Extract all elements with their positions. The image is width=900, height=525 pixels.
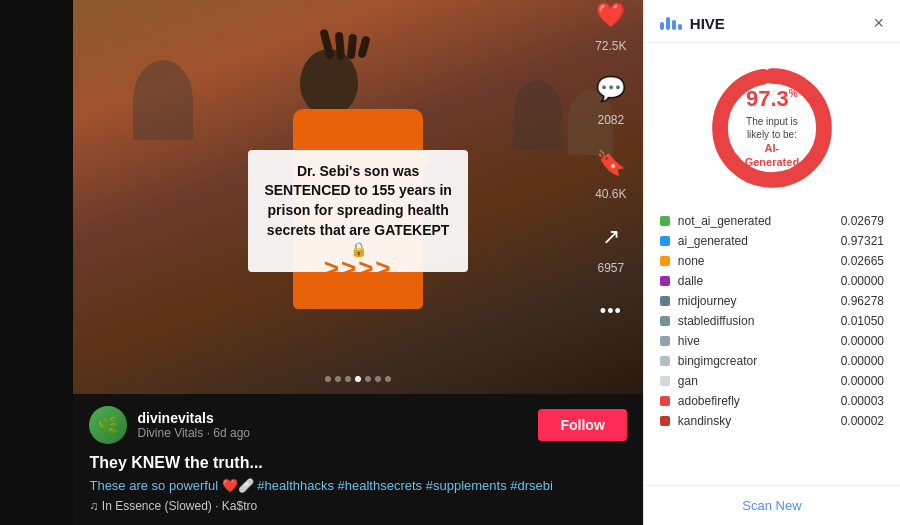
chart-container: 97.3% The input is likely to be: AI-Gene… bbox=[644, 43, 900, 203]
share-count: 6957 bbox=[597, 261, 624, 275]
cat-name-2: none bbox=[678, 254, 833, 268]
share-button[interactable]: ↗ 6957 bbox=[591, 217, 631, 275]
cat-name-7: bingimgcreator bbox=[678, 354, 833, 368]
avatar-emoji: 🌿 bbox=[97, 414, 119, 436]
cat-name-6: hive bbox=[678, 334, 833, 348]
cat-value-4: 0.96278 bbox=[841, 294, 884, 308]
caption-tags: These are so powerful ❤️🩹 #healthhacks #… bbox=[89, 478, 626, 493]
donut-chart: 97.3% The input is likely to be: AI-Gene… bbox=[707, 63, 837, 193]
cat-value-0: 0.02679 bbox=[841, 214, 884, 228]
cat-row-1: ai_generated 0.97321 bbox=[660, 231, 884, 251]
dot-1 bbox=[325, 376, 331, 382]
bookmark-icon: 🔖 bbox=[591, 143, 631, 183]
comment-button[interactable]: 💬 2082 bbox=[591, 69, 631, 127]
user-row: 🌿 divinevitals Divine Vitals · 6d ago Fo… bbox=[89, 406, 626, 444]
dot-6 bbox=[375, 376, 381, 382]
arrows-text: >>>> bbox=[324, 253, 393, 283]
dot-7 bbox=[385, 376, 391, 382]
cat-name-9: adobefirefly bbox=[678, 394, 833, 408]
hive-panel: HIVE × 97.3% The input is likely to be: … bbox=[643, 0, 900, 525]
cat-name-10: kandinsky bbox=[678, 414, 833, 428]
cat-value-8: 0.00000 bbox=[841, 374, 884, 388]
bar-1 bbox=[660, 22, 664, 30]
cat-color-3 bbox=[660, 276, 670, 286]
cat-row-5: stablediffusion 0.01050 bbox=[660, 311, 884, 331]
cat-row-3: dalle 0.00000 bbox=[660, 271, 884, 291]
heart-icon: ❤️ bbox=[591, 0, 631, 35]
label-line1: The input is likely to be: bbox=[746, 116, 798, 140]
overlay-text: Dr. Sebi's son was SENTENCED to 155 year… bbox=[264, 163, 452, 238]
like-button[interactable]: ❤️ 72.5K bbox=[591, 0, 631, 53]
dot-3 bbox=[345, 376, 351, 382]
hive-logo: HIVE bbox=[660, 15, 725, 32]
percent-symbol: % bbox=[789, 88, 798, 99]
dots-indicator bbox=[325, 376, 391, 382]
arrows-overlay: >>>> bbox=[324, 253, 393, 284]
cat-row-0: not_ai_generated 0.02679 bbox=[660, 211, 884, 231]
cat-row-9: adobefirefly 0.00003 bbox=[660, 391, 884, 411]
like-count: 72.5K bbox=[595, 39, 626, 53]
cat-value-7: 0.00000 bbox=[841, 354, 884, 368]
cat-color-7 bbox=[660, 356, 670, 366]
cat-value-9: 0.00003 bbox=[841, 394, 884, 408]
cat-row-7: bingimgcreator 0.00000 bbox=[660, 351, 884, 371]
cat-value-1: 0.97321 bbox=[841, 234, 884, 248]
comment-count: 2082 bbox=[597, 113, 624, 127]
cat-color-0 bbox=[660, 216, 670, 226]
cat-color-5 bbox=[660, 316, 670, 326]
cat-row-4: midjourney 0.96278 bbox=[660, 291, 884, 311]
bottom-info: 🌿 divinevitals Divine Vitals · 6d ago Fo… bbox=[73, 394, 642, 525]
cat-color-1 bbox=[660, 236, 670, 246]
donut-label: The input is likely to be: AI-Generated bbox=[739, 115, 804, 170]
percent-value: 97.3 bbox=[746, 86, 789, 111]
hive-header: HIVE × bbox=[644, 0, 900, 43]
music-info: In Essence (Slowed) · Ka$tro bbox=[89, 499, 626, 513]
avatar: 🌿 bbox=[89, 406, 127, 444]
hashtag-healthsecrets[interactable]: #healthsecrets bbox=[338, 478, 426, 493]
dot-2 bbox=[335, 376, 341, 382]
save-button[interactable]: 🔖 40.6K bbox=[591, 143, 631, 201]
cat-value-10: 0.00002 bbox=[841, 414, 884, 428]
cat-name-8: gan bbox=[678, 374, 833, 388]
bar-2 bbox=[666, 17, 670, 30]
time-ago: 6d ago bbox=[213, 426, 250, 440]
close-button[interactable]: × bbox=[874, 14, 885, 32]
dot-4 bbox=[355, 376, 361, 382]
cat-color-10 bbox=[660, 416, 670, 426]
person-head bbox=[300, 49, 358, 117]
bar-3 bbox=[672, 20, 676, 30]
cat-color-9 bbox=[660, 396, 670, 406]
donut-center: 97.3% The input is likely to be: AI-Gene… bbox=[739, 87, 804, 170]
categories-list: not_ai_generated 0.02679 ai_generated 0.… bbox=[644, 203, 900, 485]
caption-title: They KNEW the truth... bbox=[89, 454, 626, 472]
dot-5 bbox=[365, 376, 371, 382]
more-icon: ••• bbox=[591, 291, 631, 331]
donut-percent: 97.3% bbox=[739, 87, 804, 111]
cat-name-4: midjourney bbox=[678, 294, 833, 308]
cat-color-2 bbox=[660, 256, 670, 266]
hashtag-supplements[interactable]: #supplements bbox=[426, 478, 511, 493]
hashtag-healthhacks[interactable]: #healthhacks bbox=[257, 478, 337, 493]
cat-row-10: kandinsky 0.00002 bbox=[660, 411, 884, 431]
hashtag-drsebi[interactable]: #drsebi bbox=[510, 478, 553, 493]
user-meta: Divine Vitals · 6d ago bbox=[137, 426, 528, 440]
cat-name-1: ai_generated bbox=[678, 234, 833, 248]
user-info: divinevitals Divine Vitals · 6d ago bbox=[137, 410, 528, 440]
cat-value-3: 0.00000 bbox=[841, 274, 884, 288]
share-icon: ↗ bbox=[591, 217, 631, 257]
cat-value-5: 0.01050 bbox=[841, 314, 884, 328]
cat-value-2: 0.02665 bbox=[841, 254, 884, 268]
cat-color-4 bbox=[660, 296, 670, 306]
username[interactable]: divinevitals bbox=[137, 410, 528, 426]
more-button[interactable]: ••• bbox=[591, 291, 631, 331]
cat-name-5: stablediffusion bbox=[678, 314, 833, 328]
save-count: 40.6K bbox=[595, 187, 626, 201]
scan-new-button[interactable]: Scan New bbox=[644, 485, 900, 525]
cat-name-3: dalle bbox=[678, 274, 833, 288]
video-container[interactable]: Dr. Sebi's son was SENTENCED to 155 year… bbox=[73, 0, 642, 394]
ai-generated-label: AI-Generated bbox=[739, 141, 804, 170]
hive-bars-icon bbox=[660, 17, 682, 30]
cat-row-2: none 0.02665 bbox=[660, 251, 884, 271]
follow-button[interactable]: Follow bbox=[538, 409, 626, 441]
caption-tags-text: These are so powerful ❤️🩹 bbox=[89, 478, 257, 493]
